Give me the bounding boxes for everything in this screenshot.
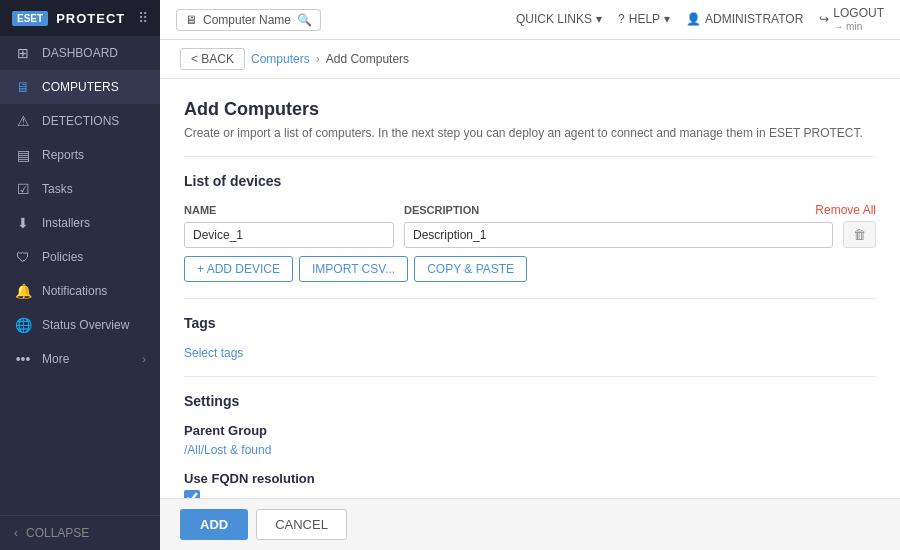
- installers-icon: ⬇: [14, 215, 32, 231]
- list-of-devices-title: List of devices: [184, 173, 876, 193]
- footer: ADD CANCEL: [160, 498, 900, 550]
- collapse-label: COLLAPSE: [26, 526, 89, 540]
- topbar-right: QUICK LINKS ▾ ? HELP ▾ 👤 ADMINISTRATOR ↪…: [516, 6, 884, 32]
- computers-icon: 🖥: [14, 79, 32, 95]
- main-area: 🖥 Computer Name 🔍 QUICK LINKS ▾ ? HELP ▾…: [160, 0, 900, 550]
- monitor-icon: 🖥: [185, 13, 197, 27]
- breadcrumb-separator: ›: [316, 52, 320, 66]
- sidebar-item-tasks[interactable]: ☑ Tasks: [0, 172, 160, 206]
- sidebar-label-dashboard: DASHBOARD: [42, 46, 118, 60]
- col-desc-header: DESCRIPTION: [404, 204, 805, 216]
- copy-paste-button[interactable]: COPY & PASTE: [414, 256, 527, 282]
- add-button[interactable]: ADD: [180, 509, 248, 540]
- logo-abbr: ESET: [12, 11, 48, 26]
- tasks-icon: ☑: [14, 181, 32, 197]
- logout-button[interactable]: ↪ LOGOUT → min: [819, 6, 884, 32]
- breadcrumb-parent[interactable]: Computers: [251, 52, 310, 66]
- remove-all-link[interactable]: Remove All: [815, 203, 876, 217]
- logout-label: LOGOUT: [833, 6, 884, 20]
- topbar: 🖥 Computer Name 🔍 QUICK LINKS ▾ ? HELP ▾…: [160, 0, 900, 40]
- sidebar-label-installers: Installers: [42, 216, 90, 230]
- settings-title: Settings: [184, 393, 876, 413]
- fqdn-checkbox-wrapper: [184, 490, 876, 498]
- search-icon: 🔍: [297, 13, 312, 27]
- sidebar-nav: ⊞ DASHBOARD 🖥 COMPUTERS ⚠ DETECTIONS ▤ R…: [0, 36, 160, 515]
- more-icon: •••: [14, 351, 32, 367]
- status-icon: 🌐: [14, 317, 32, 333]
- admin-icon: 👤: [686, 12, 701, 26]
- sidebar: ESET PROTECT ⠿ ⊞ DASHBOARD 🖥 COMPUTERS ⚠…: [0, 0, 160, 550]
- logo-bar: ESET PROTECT ⠿: [0, 0, 160, 36]
- logout-sub: → min: [833, 21, 884, 33]
- action-buttons: + ADD DEVICE IMPORT CSV... COPY & PASTE: [184, 256, 876, 282]
- quick-links-button[interactable]: QUICK LINKS ▾: [516, 12, 602, 26]
- back-button[interactable]: < BACK: [180, 48, 245, 70]
- sidebar-label-more: More: [42, 352, 69, 366]
- sidebar-label-reports: Reports: [42, 148, 84, 162]
- fqdn-checkbox[interactable]: [184, 490, 200, 498]
- sidebar-item-installers[interactable]: ⬇ Installers: [0, 206, 160, 240]
- sidebar-label-notifications: Notifications: [42, 284, 107, 298]
- add-device-button[interactable]: + ADD DEVICE: [184, 256, 293, 282]
- content-area: < BACK Computers › Add Computers Add Com…: [160, 40, 900, 498]
- parent-group-label: Parent Group: [184, 423, 876, 438]
- policies-icon: 🛡: [14, 249, 32, 265]
- sidebar-item-policies[interactable]: 🛡 Policies: [0, 240, 160, 274]
- select-tags-link[interactable]: Select tags: [184, 346, 243, 360]
- help-button[interactable]: ? HELP ▾: [618, 12, 670, 26]
- computer-name-label: Computer Name: [203, 13, 291, 27]
- collapse-button[interactable]: ‹ COLLAPSE: [0, 515, 160, 550]
- sidebar-label-computers: COMPUTERS: [42, 80, 119, 94]
- page-content: Add Computers Create or import a list of…: [160, 79, 900, 498]
- fqdn-label: Use FQDN resolution: [184, 471, 876, 486]
- detections-icon: ⚠: [14, 113, 32, 129]
- logout-icon: ↪: [819, 12, 829, 26]
- sidebar-item-more[interactable]: ••• More ›: [0, 342, 160, 376]
- quick-links-chevron: ▾: [596, 12, 602, 26]
- help-chevron: ▾: [664, 12, 670, 26]
- parent-group-field: Parent Group /All/Lost & found: [184, 423, 876, 457]
- logo-text: PROTECT: [56, 11, 125, 26]
- cancel-button[interactable]: CANCEL: [256, 509, 347, 540]
- sidebar-label-policies: Policies: [42, 250, 83, 264]
- page-title: Add Computers: [184, 99, 876, 120]
- administrator-button[interactable]: 👤 ADMINISTRATOR: [686, 12, 803, 26]
- device-description-input[interactable]: [404, 222, 833, 248]
- device-row: 🗑: [184, 221, 876, 248]
- sidebar-item-reports[interactable]: ▤ Reports: [0, 138, 160, 172]
- sidebar-item-dashboard[interactable]: ⊞ DASHBOARD: [0, 36, 160, 70]
- breadcrumb-bar: < BACK Computers › Add Computers: [160, 40, 900, 79]
- computer-name-search[interactable]: 🖥 Computer Name 🔍: [176, 9, 321, 31]
- col-name-header: NAME: [184, 204, 394, 216]
- sidebar-label-tasks: Tasks: [42, 182, 73, 196]
- device-table-header: NAME DESCRIPTION Remove All: [184, 203, 876, 217]
- collapse-icon: ‹: [14, 526, 18, 540]
- chevron-right-icon: ›: [142, 353, 146, 365]
- device-name-input[interactable]: [184, 222, 394, 248]
- help-icon: ?: [618, 12, 625, 26]
- sidebar-item-computers[interactable]: 🖥 COMPUTERS: [0, 70, 160, 104]
- parent-group-value[interactable]: /All/Lost & found: [184, 443, 271, 457]
- reports-icon: ▤: [14, 147, 32, 163]
- grid-icon[interactable]: ⠿: [138, 10, 148, 26]
- tags-title: Tags: [184, 315, 876, 335]
- sidebar-label-detections: DETECTIONS: [42, 114, 119, 128]
- sidebar-item-detections[interactable]: ⚠ DETECTIONS: [0, 104, 160, 138]
- page-description: Create or import a list of computers. In…: [184, 126, 876, 140]
- import-csv-button[interactable]: IMPORT CSV...: [299, 256, 408, 282]
- delete-device-button[interactable]: 🗑: [843, 221, 876, 248]
- quick-links-label: QUICK LINKS: [516, 12, 592, 26]
- dashboard-icon: ⊞: [14, 45, 32, 61]
- sidebar-item-notifications[interactable]: 🔔 Notifications: [0, 274, 160, 308]
- sidebar-label-status: Status Overview: [42, 318, 129, 332]
- breadcrumb-current: Add Computers: [326, 52, 409, 66]
- fqdn-field: Use FQDN resolution: [184, 471, 876, 498]
- sidebar-item-status-overview[interactable]: 🌐 Status Overview: [0, 308, 160, 342]
- help-label: HELP: [629, 12, 660, 26]
- admin-label: ADMINISTRATOR: [705, 12, 803, 26]
- notifications-icon: 🔔: [14, 283, 32, 299]
